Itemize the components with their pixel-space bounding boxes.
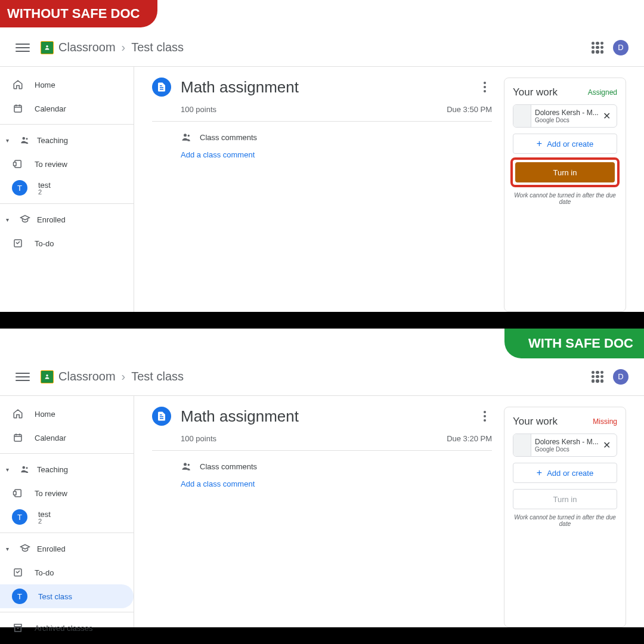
- sidebar-item-label: Home: [35, 410, 55, 419]
- points-label: 100 points: [181, 105, 216, 114]
- sidebar-item-calendar[interactable]: Calendar: [0, 97, 134, 120]
- sidebar-section-teaching[interactable]: ▾Teaching: [0, 128, 134, 152]
- highlight-box: Turn in: [510, 157, 620, 187]
- todo-icon: [12, 237, 24, 249]
- turn-in-button-disabled: Turn in: [513, 489, 617, 509]
- banner-without: WITHOUT SAFE DOC: [0, 0, 157, 27]
- sidebar-section-enrolled[interactable]: ▾Enrolled: [0, 208, 134, 231]
- google-apps-button[interactable]: [592, 371, 603, 383]
- svg-point-11: [23, 466, 26, 469]
- sidebar-item-todo[interactable]: To-do: [0, 561, 134, 584]
- plus-icon: +: [537, 138, 542, 149]
- attachment-item[interactable]: Dolores Kersh - M...Google Docs ✕: [513, 434, 617, 457]
- attachment-type: Google Docs: [535, 446, 600, 453]
- sidebar-item-label: Teaching: [37, 136, 68, 145]
- sidebar-item-testclass[interactable]: Ttest2: [0, 505, 134, 529]
- account-avatar[interactable]: D: [613, 40, 628, 55]
- people-icon: [181, 131, 193, 143]
- svg-point-8: [188, 135, 190, 137]
- sidebar-item-label: To review: [35, 160, 67, 169]
- svg-point-7: [184, 134, 187, 137]
- classroom-icon: [41, 41, 54, 54]
- teaching-icon: [19, 134, 31, 146]
- breadcrumb-app[interactable]: Classroom: [58, 370, 116, 383]
- more-options-button[interactable]: [478, 80, 492, 94]
- class-badge: T: [12, 589, 27, 604]
- sidebar-item-label: To review: [35, 489, 67, 498]
- add-comment-link[interactable]: Add a class comment: [152, 145, 492, 159]
- breadcrumb-class[interactable]: Test class: [131, 41, 184, 54]
- sidebar-item-testclass-enrolled[interactable]: TTest class: [0, 584, 134, 608]
- due-label: Due 3:20 PM: [447, 434, 492, 443]
- sidebar-item-label: Calendar: [35, 104, 66, 113]
- add-or-create-button[interactable]: +Add or create: [513, 134, 617, 154]
- sidebar-item-archived[interactable]: Archived classes: [0, 616, 134, 640]
- add-create-label: Add or create: [547, 140, 593, 148]
- svg-point-12: [26, 467, 28, 469]
- sidebar-item-label: Enrolled: [37, 544, 66, 553]
- sidebar-item-review[interactable]: To review: [0, 481, 134, 505]
- remove-attachment-button[interactable]: ✕: [600, 110, 613, 122]
- work-note: Work cannot be turned in after the due d…: [513, 192, 617, 205]
- breadcrumb: Classroom › Test class: [58, 370, 184, 383]
- more-options-button[interactable]: [478, 409, 492, 423]
- add-or-create-button[interactable]: +Add or create: [513, 463, 617, 483]
- remove-attachment-button[interactable]: ✕: [600, 439, 613, 451]
- sidebar-item-todo[interactable]: To-do: [0, 231, 134, 255]
- chevron-down-icon: ▾: [6, 137, 13, 144]
- svg-rect-14: [14, 491, 17, 495]
- google-apps-button[interactable]: [592, 42, 603, 54]
- sidebar-item-review[interactable]: To review: [0, 152, 134, 176]
- chevron-down-icon: ▾: [6, 466, 13, 473]
- sidebar-item-home[interactable]: Home: [0, 73, 134, 97]
- sidebar: Home Calendar ▾Teaching To review Ttest2…: [0, 67, 134, 312]
- svg-point-0: [46, 45, 48, 47]
- sidebar-section-teaching[interactable]: ▾Teaching: [0, 457, 134, 481]
- sidebar-section-enrolled[interactable]: ▾Enrolled: [0, 537, 134, 561]
- points-label: 100 points: [181, 434, 216, 443]
- your-work-card: Your workMissing Dolores Kersh - M...Goo…: [504, 407, 626, 627]
- attachment-item[interactable]: Dolores Kersh - M...Google Docs ✕: [513, 104, 617, 128]
- sidebar-item-label: Calendar: [35, 434, 66, 442]
- class-comments-header: Class comments: [200, 462, 257, 471]
- sidebar-item-calendar[interactable]: Calendar: [0, 426, 134, 450]
- svg-point-2: [23, 137, 26, 140]
- review-icon: [12, 487, 24, 499]
- sidebar-item-label: Home: [35, 80, 55, 89]
- your-work-card: Your workAssigned Dolores Kersh - M...Go…: [504, 78, 626, 312]
- add-comment-link[interactable]: Add a class comment: [152, 475, 492, 488]
- classroom-without-safedoc: Classroom › Test class D Home Calendar ▾…: [0, 29, 644, 312]
- status-badge: Missing: [593, 417, 617, 426]
- svg-rect-10: [14, 435, 21, 441]
- divider: [0, 312, 644, 329]
- menu-button[interactable]: [16, 370, 30, 384]
- your-work-title: Your work: [513, 416, 558, 428]
- sidebar-item-testclass[interactable]: Ttest2: [0, 176, 134, 200]
- breadcrumb-app[interactable]: Classroom: [58, 41, 116, 54]
- calendar-icon: [12, 103, 24, 114]
- class-comments-header: Class comments: [200, 133, 257, 142]
- chevron-down-icon: ▾: [6, 546, 13, 552]
- sidebar-item-label: To-do: [35, 239, 54, 248]
- banner-with: WITH SAFE DOC: [504, 329, 644, 358]
- attachment-thumb: [513, 105, 531, 127]
- breadcrumb: Classroom › Test class: [58, 41, 184, 54]
- assignment-icon: [152, 78, 171, 97]
- assignment-title: Math assignment: [181, 407, 468, 426]
- due-label: Due 3:50 PM: [447, 105, 492, 114]
- chevron-right-icon: ›: [122, 41, 126, 54]
- menu-button[interactable]: [16, 41, 30, 55]
- header: Classroom › Test class D: [0, 29, 644, 67]
- svg-point-20: [188, 464, 190, 466]
- calendar-icon: [12, 432, 24, 444]
- sidebar-item-settings[interactable]: Settings: [0, 640, 134, 644]
- svg-rect-17: [15, 627, 21, 631]
- breadcrumb-class[interactable]: Test class: [131, 370, 184, 383]
- assignment-content: Math assignment 100 points Due 3:50 PM C…: [152, 78, 492, 312]
- attachment-name: Dolores Kersh - M...: [535, 438, 600, 446]
- status-badge: Assigned: [588, 88, 617, 97]
- turn-in-button[interactable]: Turn in: [515, 162, 615, 182]
- home-icon: [12, 408, 24, 420]
- sidebar-item-home[interactable]: Home: [0, 402, 134, 426]
- account-avatar[interactable]: D: [613, 369, 628, 385]
